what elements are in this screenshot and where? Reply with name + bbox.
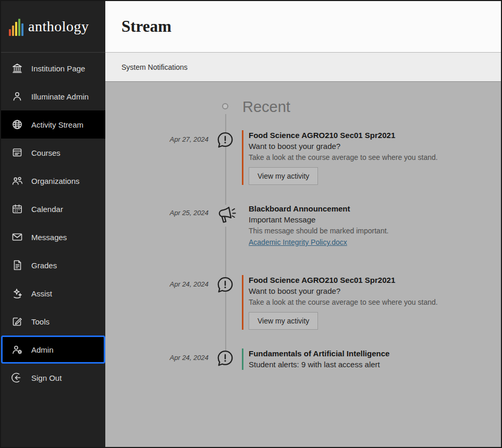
- view-my-activity-button[interactable]: View my activity: [249, 312, 318, 330]
- entry-description: Take a look at the course average to see…: [249, 152, 480, 163]
- sidebar-item-calendar[interactable]: Calendar: [1, 195, 105, 223]
- stream-entries: Apr 27, 2024 Food Science AGRO210 Sec01 …: [105, 130, 501, 370]
- entry-title: Fundamentals of Artificial Intelligence: [249, 349, 480, 359]
- entry-subtitle: Important Message: [249, 215, 480, 225]
- sidebar-item-label: Admin: [31, 345, 54, 354]
- subnav-system-notifications[interactable]: System Notifications: [121, 63, 188, 71]
- sidebar-item-admin[interactable]: Admin: [1, 335, 105, 364]
- institution-icon: [11, 62, 23, 74]
- sidebar-item-tools[interactable]: Tools: [1, 307, 105, 335]
- organizations-icon: [11, 175, 23, 187]
- entry-date: Apr 24, 2024: [105, 275, 209, 288]
- attachment-link[interactable]: Academic Integrity Policy.docx: [249, 238, 347, 246]
- sidebar-item-assist[interactable]: Assist: [1, 279, 105, 307]
- stream-entry: Apr 24, 2024 Fundamentals of Artificial …: [105, 349, 501, 370]
- entry-body: Blackboard Announcement Important Messag…: [242, 204, 501, 247]
- person-icon: [11, 90, 23, 103]
- entry-body: Food Science AGRO210 Sec01 Spr2021 Want …: [242, 130, 501, 185]
- app-window: anthology Institution Page Illuminate Ad…: [0, 0, 502, 448]
- messages-icon: [11, 231, 23, 243]
- sidebar: anthology Institution Page Illuminate Ad…: [1, 1, 105, 447]
- sidebar-item-label: Organizations: [31, 177, 80, 185]
- subnav-bar: System Notifications: [105, 53, 501, 82]
- sidebar-item-label: Sign Out: [31, 374, 62, 382]
- sidebar-item-organizations[interactable]: Organizations: [1, 167, 105, 195]
- sidebar-item-label: Grades: [31, 261, 57, 270]
- sidebar-item-label: Messages: [31, 233, 67, 242]
- sidebar-item-activity-stream[interactable]: Activity Stream: [1, 110, 105, 139]
- entry-title: Blackboard Announcement: [249, 204, 480, 214]
- sidebar-item-grades[interactable]: Grades: [1, 251, 105, 279]
- sidebar-menu: Institution Page Illuminate Admin Activi…: [1, 53, 105, 392]
- entry-subtitle: Want to boost your grade?: [249, 286, 480, 296]
- entry-date: Apr 24, 2024: [105, 349, 209, 362]
- main-area: Stream System Notifications Recent Apr 2…: [105, 1, 501, 447]
- entry-subtitle: Want to boost your grade?: [249, 141, 480, 152]
- stream-entry: Apr 27, 2024 Food Science AGRO210 Sec01 …: [105, 130, 501, 185]
- logo-text: anthology: [28, 18, 89, 35]
- announcement-icon: [209, 204, 242, 228]
- stream-entry: Apr 24, 2024 Food Science AGRO210 Sec01 …: [105, 275, 501, 330]
- entry-subtitle: Student alerts: 9 with last access alert: [249, 359, 480, 370]
- alert-bubble-icon: [209, 349, 242, 368]
- assist-icon: [11, 287, 23, 300]
- entry-date: Apr 25, 2024: [105, 204, 209, 217]
- entry-date: Apr 27, 2024: [105, 130, 209, 143]
- sidebar-item-label: Activity Stream: [31, 120, 83, 129]
- entry-title: Food Science AGRO210 Sec01 Spr2021: [249, 130, 480, 141]
- entry-body: Food Science AGRO210 Sec01 Spr2021 Want …: [242, 275, 501, 330]
- globe-icon: [11, 118, 23, 131]
- admin-icon: [11, 343, 23, 356]
- entry-description: This message should be marked important.: [249, 226, 480, 236]
- stream-entry: Apr 25, 2024 Blackboard Announcement Imp…: [105, 204, 501, 247]
- page-header: Stream: [105, 1, 501, 53]
- timeline-dot: [222, 103, 228, 109]
- sidebar-item-label: Institution Page: [31, 64, 85, 73]
- tools-icon: [11, 315, 23, 328]
- entry-title: Food Science AGRO210 Sec01 Spr2021: [249, 275, 480, 285]
- entry-body: Fundamentals of Artificial Intelligence …: [242, 349, 501, 370]
- page-title: Stream: [121, 17, 172, 36]
- sidebar-item-label: Calendar: [31, 205, 63, 214]
- sidebar-item-courses[interactable]: Courses: [1, 139, 105, 167]
- alert-bubble-icon: [209, 275, 242, 295]
- sidebar-item-label: Illuminate Admin: [31, 92, 89, 101]
- alert-bubble-icon: [209, 130, 242, 150]
- view-my-activity-button[interactable]: View my activity: [249, 167, 318, 185]
- stream-content: Recent Apr 27, 2024 Food Science AGRO210…: [105, 82, 501, 447]
- sidebar-item-label: Assist: [31, 289, 52, 298]
- grades-icon: [11, 259, 23, 271]
- sidebar-item-illuminate-admin[interactable]: Illuminate Admin: [1, 82, 105, 110]
- sidebar-item-label: Tools: [31, 317, 50, 326]
- entry-description: Take a look at the course average to see…: [249, 297, 480, 307]
- courses-icon: [11, 146, 23, 159]
- sidebar-item-sign-out[interactable]: Sign Out: [1, 364, 105, 392]
- anthology-logo-icon: [9, 17, 23, 36]
- sidebar-item-institution-page[interactable]: Institution Page: [1, 54, 105, 82]
- calendar-icon: [11, 203, 23, 215]
- sign-out-icon: [11, 371, 23, 384]
- sidebar-item-label: Courses: [31, 148, 60, 157]
- section-title-recent: Recent: [242, 99, 501, 115]
- sidebar-item-messages[interactable]: Messages: [1, 223, 105, 251]
- anthology-logo[interactable]: anthology: [1, 1, 105, 53]
